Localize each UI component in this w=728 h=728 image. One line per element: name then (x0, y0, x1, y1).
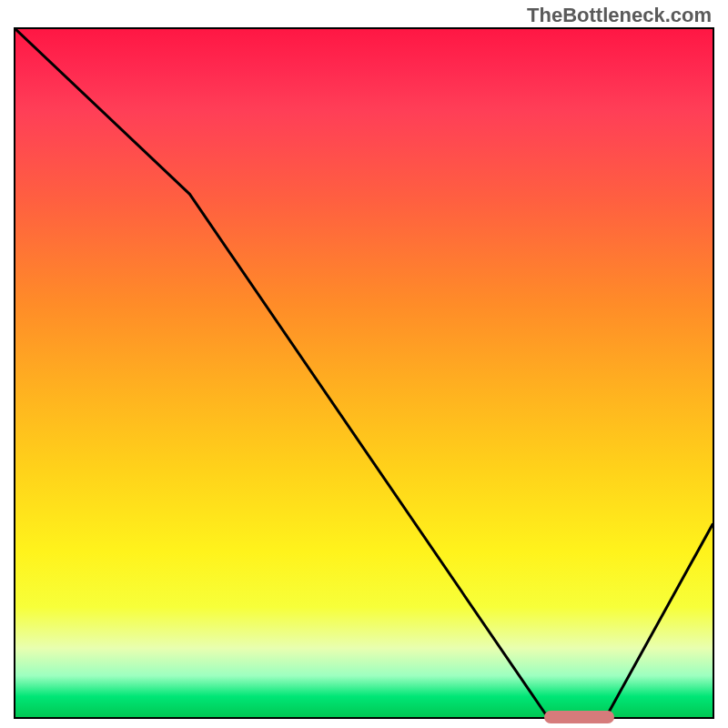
optimum-marker (544, 711, 614, 723)
chart-frame (14, 27, 714, 719)
watermark-text: TheBottleneck.com (527, 4, 712, 27)
chart-line-svg (15, 29, 713, 717)
bottleneck-curve (15, 29, 713, 713)
